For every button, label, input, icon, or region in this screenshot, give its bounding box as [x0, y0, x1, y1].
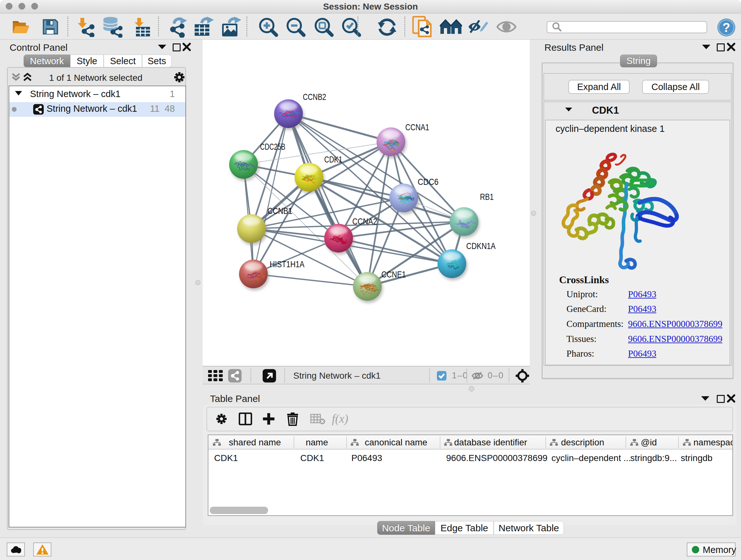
svg-text:CDC25B: CDC25B: [260, 142, 285, 152]
svg-text:CDK1: CDK1: [324, 154, 342, 165]
svg-text:?: ?: [723, 20, 730, 35]
svg-text:CCNA2: CCNA2: [352, 216, 377, 226]
svg-text:HIST1H1A: HIST1H1A: [270, 259, 305, 269]
svg-text:CDC6: CDC6: [418, 177, 439, 187]
svg-text:CDKN1A: CDKN1A: [466, 241, 495, 251]
svg-text:CCNA1: CCNA1: [405, 122, 429, 132]
svg-text:RB1: RB1: [480, 192, 494, 202]
svg-text:CCNB1: CCNB1: [267, 206, 292, 216]
svg-text:CCNE1: CCNE1: [381, 269, 406, 279]
svg-text:CCNB2: CCNB2: [303, 92, 326, 102]
